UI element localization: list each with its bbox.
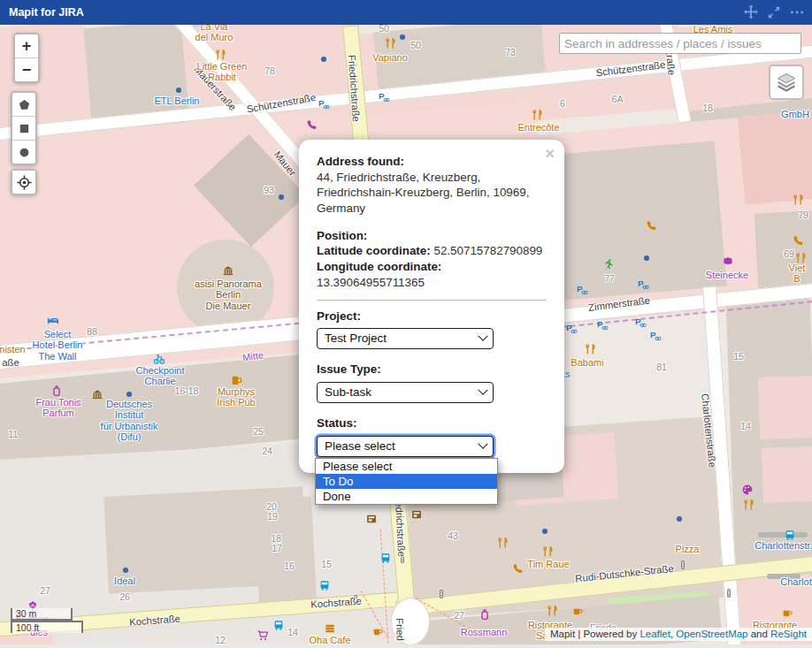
move-icon[interactable] (743, 4, 759, 20)
map-label: 81 (656, 362, 667, 373)
map-label: Frau Tonis Parfum (35, 397, 80, 419)
map-label: 11 (9, 430, 19, 440)
status-select-wrapper: Please select Please selectTo DoDone (317, 436, 547, 457)
traffic-icon (724, 589, 734, 598)
status-select-value: Please select (325, 438, 395, 454)
map-label: Babami (571, 357, 603, 368)
cafe-icon (572, 606, 584, 617)
map-label: Little Green Rabbit (197, 61, 248, 83)
map-label: Vapiano (372, 52, 408, 63)
status-option[interactable]: Please select (316, 459, 497, 474)
draw-circle-button[interactable] (12, 141, 35, 164)
attribution: Mapit | Powered by Leaflet, OpenStreetMa… (545, 628, 812, 641)
cafe-icon (372, 626, 384, 637)
map-label: 6A (612, 95, 624, 105)
app-title: Mapit for JIRA (9, 6, 743, 19)
map-label: 16-18 (175, 386, 199, 397)
pbike-icon: P (566, 323, 578, 334)
bikeshare-icon (154, 354, 165, 365)
scale-metric: 30 m (11, 608, 73, 621)
draw-control (11, 91, 37, 165)
chevron-down-icon (478, 438, 487, 448)
traffic-icon (437, 590, 447, 599)
scale-control: 30 m 100 ft (11, 608, 83, 633)
map-label: Viet B (789, 263, 806, 285)
latitude-row: Latitude coordinate: 52.50715782790899 (317, 243, 547, 259)
atm-icon (366, 514, 378, 525)
project-select[interactable]: Test Project (317, 328, 494, 349)
layers-icon (775, 71, 798, 94)
circle-icon (18, 146, 31, 159)
dot-icon (643, 255, 650, 262)
map-label: aße (2, 357, 19, 369)
restaurant-icon (385, 38, 396, 50)
popup-divider (317, 300, 547, 301)
atm-icon (411, 509, 423, 521)
map-label: 24 (262, 446, 272, 457)
status-option[interactable]: Done (316, 489, 497, 504)
expand-icon[interactable] (766, 4, 782, 20)
draw-polygon-button[interactable] (12, 93, 35, 117)
map-label: La Via del Muro (195, 25, 234, 42)
zoom-in-button[interactable]: + (15, 34, 38, 58)
map-label: Deutsches Institut für Urbanistik (Difu) (101, 399, 158, 442)
more-options-icon[interactable] (789, 4, 805, 20)
tram-platform (758, 532, 808, 537)
restaurant-icon (532, 110, 543, 121)
status-dropdown-list: Please selectTo DoDone (315, 458, 498, 505)
pbike-icon: P (318, 98, 330, 110)
map-label: Charlot (780, 576, 811, 587)
bakery-icon (723, 255, 734, 267)
palette-icon (742, 484, 754, 496)
perfume-icon (479, 609, 491, 621)
map-label: Rossmann (461, 627, 508, 637)
issue-type-select[interactable]: Sub-task (317, 382, 494, 403)
map-canvas[interactable]: MauerstraßeMauerSchützenstraßeSchützenst… (0, 25, 812, 644)
attribution-text[interactable]: ReSight (770, 629, 807, 639)
app-titlebar: Mapit for JIRA (0, 0, 812, 25)
attribution-text[interactable]: Mapit | Powered by (550, 629, 640, 639)
restaurant-icon (215, 50, 226, 61)
map-building (762, 446, 812, 503)
layers-control[interactable] (769, 65, 804, 100)
restaurant-icon (743, 499, 755, 511)
restaurant-icon (497, 537, 509, 549)
zoom-out-button[interactable]: − (15, 58, 38, 81)
map-label: Ideal (114, 576, 135, 586)
status-label: Status: (317, 415, 547, 431)
cart-icon (257, 630, 269, 642)
status-option[interactable]: To Do (316, 474, 497, 489)
runner-icon (603, 259, 615, 271)
cafe-icon (782, 607, 793, 619)
map-label: 6 (560, 99, 565, 110)
beer-icon (231, 375, 242, 386)
longitude-value: 13.39064955711365 (317, 276, 425, 289)
map-label: Murphys Irish Pub (217, 386, 255, 408)
address-value: 44, Friedrichstraße, Kreuzberg, Friedric… (317, 170, 547, 217)
dot-icon (278, 194, 285, 201)
bus-icon (319, 580, 331, 591)
dot-icon (541, 528, 548, 535)
map-label: 18 (702, 103, 713, 114)
zoom-control: + − (13, 33, 40, 83)
map-label: 77 (604, 274, 615, 285)
search-input[interactable] (559, 33, 801, 54)
map-label: 69 (784, 249, 794, 260)
map-label: GmbH (781, 109, 809, 119)
status-select[interactable]: Please select (317, 436, 494, 457)
close-icon[interactable]: × (545, 146, 555, 162)
position-label: Position: (317, 228, 547, 244)
bus-icon (273, 620, 285, 631)
map-label: Fried (394, 618, 406, 641)
attribution-text[interactable]: Leaflet (640, 629, 670, 639)
pbike-icon: P (379, 91, 390, 103)
map-label: 25 (253, 427, 264, 438)
target-icon (17, 175, 32, 190)
attribution-text[interactable]: OpenStreetMap (676, 629, 747, 639)
chevron-down-icon (478, 385, 487, 394)
phone-icon (793, 235, 804, 247)
locate-button[interactable] (12, 171, 35, 194)
draw-rectangle-button[interactable] (12, 117, 35, 141)
map-label: 12 (215, 636, 226, 644)
attribution-text[interactable]: and (748, 629, 771, 639)
